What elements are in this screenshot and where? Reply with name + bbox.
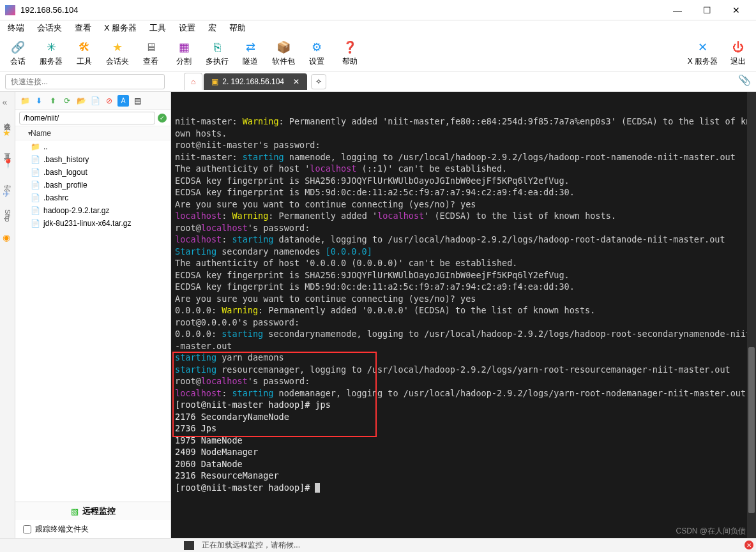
side-tab-sftp[interactable]: Sftp: [3, 205, 13, 226]
terminal-line: [root@niit-master hadoop]#: [175, 482, 752, 494]
terminal-icon: ▣: [211, 77, 218, 86]
terminal-line: ECDSA key fingerprint is MD5:9d:0c:de:11…: [175, 186, 752, 198]
follow-terminal-folder[interactable]: 跟踪终端文件夹: [15, 520, 170, 538]
file-panel-toolbar: 📁 ⬇ ⬆ ⟳ 📂 📄 ⊘ A ▤: [15, 92, 170, 110]
close-tab-icon[interactable]: ✕: [293, 77, 299, 86]
toolbar-button[interactable]: 🔗会话: [5, 40, 31, 67]
terminal-line: 0.0.0.0: Warning: Permanently added '0.0…: [175, 304, 752, 317]
toolbar-button[interactable]: ★会话夹: [105, 40, 130, 67]
upload-icon[interactable]: ⬆: [47, 95, 59, 107]
terminal-line: root@niit-master's password:: [175, 139, 752, 151]
newfile-icon[interactable]: 📄: [89, 95, 101, 107]
menu-item[interactable]: 设置: [176, 21, 198, 35]
menu-item[interactable]: 终端: [5, 21, 27, 35]
file-name: .bash_profile: [43, 181, 87, 190]
toolbar-button[interactable]: ✕X 服务器: [688, 40, 718, 67]
close-button[interactable]: ✕: [722, 0, 751, 20]
side-tab-macro[interactable]: 宏: [1, 175, 13, 183]
plane-icon[interactable]: ✈: [3, 189, 13, 199]
terminal-scrollbar[interactable]: [747, 92, 756, 538]
toolbar-icon: ❓: [342, 40, 358, 55]
file-panel: 📁 ⬇ ⬆ ⟳ 📂 📄 ⊘ A ▤ ✓ ▾ Name 📁..📄.bash_his…: [15, 92, 171, 538]
terminal-line: ECDSA key fingerprint is MD5:9d:0c:de:11…: [175, 281, 752, 293]
side-tab-sessions[interactable]: 会话夹: [1, 114, 13, 121]
name-column-header: Name: [31, 129, 51, 138]
path-input[interactable]: [19, 112, 155, 124]
toolbar-button[interactable]: 🖥查看: [138, 40, 163, 67]
file-item[interactable]: 📄.bash_logout: [15, 166, 170, 179]
remote-monitor-button[interactable]: ▧ 远程监控: [15, 502, 170, 520]
file-item[interactable]: 📄.bashrc: [15, 191, 170, 204]
menu-item[interactable]: 会话夹: [34, 21, 64, 35]
window-title: 192.168.56.104: [20, 5, 663, 15]
file-name: jdk-8u231-linux-x64.tar.gz: [43, 219, 131, 228]
file-item[interactable]: 📄.bash_history: [15, 153, 170, 166]
side-tab-tools[interactable]: 工具: [1, 144, 13, 152]
collapse-side-icon[interactable]: «: [3, 97, 13, 107]
file-name: .bashrc: [43, 193, 68, 202]
terminal-line: niit-master: Warning: Permanently added …: [175, 116, 752, 139]
toolbar-button[interactable]: ⇄隧道: [238, 40, 263, 67]
file-item[interactable]: 📄jdk-8u231-linux-x64.tar.gz: [15, 217, 170, 230]
toolbar-button[interactable]: ✳服务器: [38, 40, 64, 67]
list-icon[interactable]: ▤: [132, 95, 143, 107]
folder-icon[interactable]: 📁: [19, 95, 31, 107]
file-item[interactable]: 📄.bash_profile: [15, 179, 170, 191]
maximize-button[interactable]: ☐: [692, 0, 722, 20]
toolbar-button[interactable]: 🛠工具: [72, 40, 97, 67]
toolbar-icon: 🖥: [143, 40, 158, 55]
watermark-text: CSDN @在人间负债: [676, 526, 746, 537]
toolbar-button[interactable]: ⚙设置: [304, 40, 329, 67]
menu-item[interactable]: 查看: [72, 21, 94, 35]
menu-item[interactable]: X 服务器: [102, 21, 139, 35]
toolbar-button[interactable]: ⏻退出: [725, 40, 751, 67]
terminal-line: ECDSA key fingerprint is SHA256:9JOQYFlU…: [175, 269, 752, 281]
toolbar-icon: ✕: [695, 40, 710, 55]
notification-badge[interactable]: ✕: [745, 541, 753, 549]
monitor-icon: ▧: [71, 507, 79, 516]
toolbar-label: 分割: [176, 56, 192, 67]
minimize-button[interactable]: —: [663, 0, 692, 20]
menu-item[interactable]: 宏: [206, 21, 219, 35]
toolbar-button[interactable]: ⎘多执行: [204, 40, 230, 67]
file-item[interactable]: 📁..: [15, 140, 170, 153]
terminal-line: starting yarn daemons: [175, 352, 752, 364]
menu-bar: 终端会话夹查看X 服务器工具设置宏帮助: [0, 20, 756, 36]
session-tab-active[interactable]: ▣ 2. 192.168.56.104 ✕: [204, 73, 307, 90]
star-icon[interactable]: ★: [3, 128, 13, 138]
main-toolbar: 🔗会话✳服务器🛠工具★会话夹🖥查看▦分割⎘多执行⇄隧道📦软件包⚙设置❓帮助✕X …: [0, 36, 756, 71]
delete-icon[interactable]: ⊘: [103, 95, 115, 107]
pin-icon[interactable]: 📍: [3, 158, 13, 168]
refresh-icon[interactable]: ⟳: [61, 95, 73, 107]
home-tab[interactable]: ⌂: [184, 73, 202, 90]
quick-connect-input[interactable]: [5, 74, 165, 89]
file-item[interactable]: 📄hadoop-2.9.2.tar.gz: [15, 204, 170, 217]
file-list-header[interactable]: ▾ Name: [15, 126, 170, 140]
scrollbar-thumb[interactable]: [748, 347, 755, 513]
toggle-a-icon[interactable]: A: [117, 95, 129, 107]
toolbar-icon: ✳: [43, 40, 59, 55]
toolbar-button[interactable]: ▦分割: [171, 40, 197, 67]
toolbar-button[interactable]: ❓帮助: [337, 40, 363, 67]
toolbar-icon: ⏻: [730, 40, 746, 55]
toolbar-icon: ▦: [176, 40, 192, 55]
file-name: hadoop-2.9.2.tar.gz: [43, 206, 109, 215]
folder-up-icon: 📁: [31, 142, 40, 151]
terminal-view[interactable]: niit-master: Warning: Permanently added …: [171, 92, 756, 538]
terminal-line: localhost: Warning: Permanently added 'l…: [175, 210, 752, 222]
circle-icon[interactable]: ◉: [3, 232, 13, 242]
window-titlebar: 192.168.56.104 — ☐ ✕: [0, 0, 756, 20]
follow-checkbox[interactable]: [23, 525, 31, 533]
newfolder-icon[interactable]: 📂: [75, 95, 87, 107]
menu-item[interactable]: 帮助: [227, 21, 248, 35]
download-icon[interactable]: ⬇: [33, 95, 45, 107]
menu-item[interactable]: 工具: [147, 21, 169, 35]
path-ok-icon: ✓: [158, 114, 167, 123]
attach-icon[interactable]: 📎: [738, 74, 751, 86]
remote-monitor-label: 远程监控: [82, 505, 116, 517]
new-tab-button[interactable]: ✧: [311, 74, 326, 89]
toolbar-button[interactable]: 📦软件包: [271, 40, 296, 67]
terminal-line: 2060 DataNode: [175, 458, 752, 470]
toolbar-icon: ⎘: [209, 40, 225, 55]
sort-arrow-icon: ▾: [28, 130, 31, 137]
